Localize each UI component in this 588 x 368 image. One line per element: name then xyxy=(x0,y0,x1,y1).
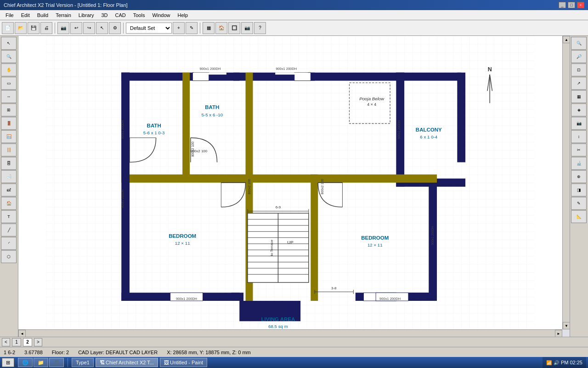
open-button[interactable]: 📂 xyxy=(15,22,27,34)
camera-view-button[interactable]: 📷 xyxy=(571,117,587,130)
toolbar-separator3 xyxy=(200,23,200,34)
title-text: Chief Architect X2 Trial Version - [Unti… xyxy=(4,2,128,8)
canvas-area[interactable]: 800x2 100 UP to Ter xyxy=(18,36,570,337)
taskbar-media-icon[interactable]: 🎵 xyxy=(49,358,64,367)
poly-tool[interactable]: ⬡ xyxy=(1,250,17,263)
view-3d-button[interactable]: ▦ xyxy=(571,90,587,103)
fixture-tool[interactable]: 🛁 xyxy=(1,170,17,183)
wall-tool[interactable]: ▭ xyxy=(1,77,17,90)
nav-back-arrow[interactable]: < xyxy=(2,338,10,346)
pan-tool[interactable]: ✋ xyxy=(1,63,17,76)
symbol-button[interactable]: ⊕ xyxy=(571,170,587,183)
menu-help[interactable]: Help xyxy=(174,12,192,19)
svg-rect-24 xyxy=(182,174,245,183)
cross-section-button[interactable]: ✂ xyxy=(571,144,587,156)
scroll-right-button[interactable]: ► xyxy=(555,330,562,337)
right-scrollbar[interactable]: ▲ ▼ xyxy=(562,36,570,329)
elev-button[interactable]: ↕ xyxy=(571,130,587,143)
bottom-scrollbar[interactable]: ◄ ► xyxy=(18,329,562,337)
menu-3d[interactable]: 3D xyxy=(97,12,111,19)
start-button[interactable]: ⊞ xyxy=(2,358,14,367)
room-tool[interactable]: ⊞ xyxy=(1,104,17,116)
fit-button[interactable]: ⊡ xyxy=(571,63,587,76)
view3d-button[interactable]: 🏠 xyxy=(215,22,227,34)
taskbar-ie-icon[interactable]: 🌐 xyxy=(18,358,33,367)
roof-tool[interactable]: 🏠 xyxy=(1,197,17,210)
scroll-track-h xyxy=(26,330,555,337)
select-button[interactable]: ↖ xyxy=(96,22,108,34)
toolbar: 📄 📂 💾 🖨 📷 ↩ ↪ ↖ ⚙ Default Set + ✎ ▦ 🏠 🔲 … xyxy=(0,20,588,36)
svg-text:BALCONY: BALCONY xyxy=(416,127,442,132)
menu-file[interactable]: File xyxy=(2,12,17,19)
door-tool[interactable]: 🚪 xyxy=(1,117,17,130)
zoom-out-button[interactable]: 🔎 xyxy=(571,50,587,63)
floor-tab-1[interactable]: 1 xyxy=(12,338,21,346)
plus-button[interactable]: + xyxy=(173,22,185,34)
svg-rect-28 xyxy=(311,174,318,301)
floor-tab-2[interactable]: 2 xyxy=(23,338,32,346)
status-floor: Floor: 2 xyxy=(52,350,69,355)
taskbar-chief-architect[interactable]: 🏗 Chief Architect X2 T... xyxy=(96,358,158,367)
text-tool[interactable]: T xyxy=(1,210,17,223)
svg-text:4 × 4: 4 × 4 xyxy=(367,102,376,107)
menu-build[interactable]: Build xyxy=(34,12,52,19)
measure-button[interactable]: 📐 xyxy=(571,210,587,223)
maximize-button[interactable]: □ xyxy=(568,2,575,8)
menu-library[interactable]: Library xyxy=(75,12,98,19)
zoom-in-button[interactable]: 🔍 xyxy=(571,37,587,50)
render-button[interactable]: 🔲 xyxy=(228,22,240,34)
status-zoom: 3.67788 xyxy=(24,350,43,355)
redo-button[interactable]: ↪ xyxy=(83,22,95,34)
cabinet-tool[interactable]: 🗄 xyxy=(1,157,17,170)
svg-rect-26 xyxy=(246,174,317,183)
print-button[interactable]: 🖨 xyxy=(40,22,52,34)
taskbar-ca-icon: 🏗 xyxy=(100,360,105,365)
layout-button[interactable]: ▦ xyxy=(203,22,215,34)
minimize-button[interactable]: _ xyxy=(559,2,566,8)
help-button[interactable]: ? xyxy=(254,22,266,34)
svg-text:900x1 200DH: 900x1 200DH xyxy=(397,120,401,139)
menu-edit[interactable]: Edit xyxy=(17,12,34,19)
detail-button[interactable]: 🔬 xyxy=(571,157,587,170)
option-button[interactable]: ⚙ xyxy=(109,22,121,34)
furniture-tool[interactable]: 🛋 xyxy=(1,184,17,196)
close-button[interactable]: × xyxy=(577,2,584,8)
svg-text:BEDROOM: BEDROOM xyxy=(169,233,196,239)
new-button[interactable]: 📄 xyxy=(2,22,14,34)
taskbar-paint[interactable]: 🖼 Untitled - Paint xyxy=(160,358,207,367)
edit-right-button[interactable]: ✎ xyxy=(571,197,587,210)
window-tool[interactable]: 🪟 xyxy=(1,130,17,143)
tray-volume-icon: 🔊 xyxy=(554,360,559,365)
scroll-left-button[interactable]: ◄ xyxy=(18,330,26,337)
select-tool[interactable]: ↖ xyxy=(1,37,17,50)
menu-cad[interactable]: CAD xyxy=(111,12,129,19)
layer-button[interactable]: ◨ xyxy=(571,184,587,196)
pan-right-button[interactable]: ↗ xyxy=(571,77,587,90)
save-button[interactable]: 💾 xyxy=(28,22,40,34)
svg-text:BATH: BATH xyxy=(147,123,161,128)
window-controls[interactable]: _ □ × xyxy=(559,2,584,8)
menu-tools[interactable]: Tools xyxy=(130,12,149,19)
scroll-down-button[interactable]: ▼ xyxy=(563,322,570,329)
edit-set-button[interactable]: ✎ xyxy=(186,22,198,34)
camera-button[interactable]: 📷 xyxy=(57,22,69,34)
arc-tool[interactable]: ◜ xyxy=(1,237,17,250)
main-layout: ↖ 🔍 ✋ ▭ ↔ ⊞ 🚪 🪟 🪜 🗄 🛁 🛋 🏠 T ╱ ◜ ⬡ xyxy=(0,36,588,337)
dimension-tool[interactable]: ↔ xyxy=(1,90,17,103)
undo-button[interactable]: ↩ xyxy=(70,22,82,34)
scroll-up-button[interactable]: ▲ xyxy=(563,36,570,43)
taskbar-folder-icon[interactable]: 📁 xyxy=(34,358,48,367)
line-tool[interactable]: ╱ xyxy=(1,224,17,236)
zoom-tool[interactable]: 🔍 xyxy=(1,50,17,63)
menu-terrain[interactable]: Terrain xyxy=(52,12,75,19)
stair-tool[interactable]: 🪜 xyxy=(1,144,17,156)
floor-plan: 800x2 100 UP to Ter xyxy=(18,36,562,329)
render-button[interactable]: ◈ xyxy=(571,104,587,116)
menu-window[interactable]: Window xyxy=(148,12,174,19)
taskbar-type1[interactable]: Type1 xyxy=(72,358,94,367)
start-icon: ⊞ xyxy=(6,360,10,366)
view-set-dropdown[interactable]: Default Set xyxy=(126,23,172,34)
camera2-button[interactable]: 📷 xyxy=(241,22,253,34)
nav-forward-arrow[interactable]: > xyxy=(34,338,42,346)
svg-text:6-9: 6-9 xyxy=(276,205,281,209)
